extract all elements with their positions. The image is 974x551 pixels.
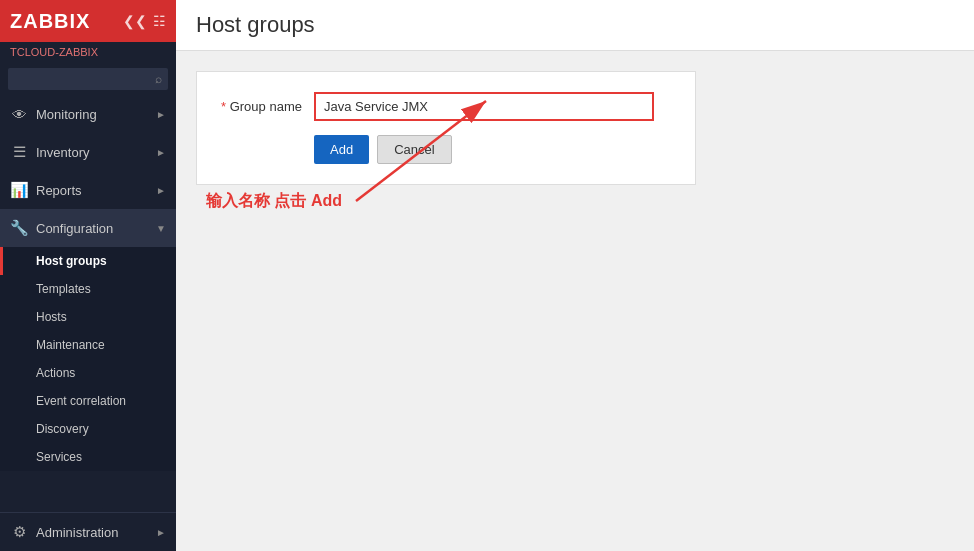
- sidebar-item-monitoring[interactable]: 👁 Monitoring ►: [0, 96, 176, 133]
- sidebar-subitem-label: Services: [36, 450, 82, 464]
- search-container: ⌕: [0, 62, 176, 96]
- form-buttons: Add Cancel: [314, 135, 671, 164]
- group-name-input[interactable]: [314, 92, 654, 121]
- sidebar-item-label: Inventory: [36, 145, 148, 160]
- group-name-label: * Group name: [221, 99, 302, 114]
- sidebar-header: ZABBIX ❮❮ ☷: [0, 0, 176, 42]
- sidebar: ZABBIX ❮❮ ☷ TCLOUD-ZABBIX ⌕ 👁 Monitoring…: [0, 0, 176, 551]
- chevron-right-icon: ►: [156, 109, 166, 120]
- sidebar-item-label: Monitoring: [36, 107, 148, 122]
- sidebar-item-label: Administration: [36, 525, 148, 540]
- chevron-right-icon: ►: [156, 185, 166, 196]
- chevron-right-icon: ►: [156, 147, 166, 158]
- sidebar-subitem-maintenance[interactable]: Maintenance: [0, 331, 176, 359]
- required-star: *: [221, 99, 226, 114]
- instance-name: TCLOUD-ZABBIX: [0, 42, 176, 62]
- inventory-icon: ☰: [10, 143, 28, 161]
- administration-icon: ⚙: [10, 523, 28, 541]
- cancel-button[interactable]: Cancel: [377, 135, 451, 164]
- collapse-icon[interactable]: ❮❮: [123, 13, 147, 29]
- sidebar-subitem-discovery[interactable]: Discovery: [0, 415, 176, 443]
- chevron-right-icon: ►: [156, 527, 166, 538]
- sidebar-subitem-services[interactable]: Services: [0, 443, 176, 471]
- sidebar-item-inventory[interactable]: ☰ Inventory ►: [0, 133, 176, 171]
- sidebar-subitem-label: Hosts: [36, 310, 67, 324]
- sidebar-item-reports[interactable]: 📊 Reports ►: [0, 171, 176, 209]
- search-input[interactable]: [8, 68, 168, 90]
- sidebar-header-icons: ❮❮ ☷: [123, 13, 166, 29]
- grid-icon[interactable]: ☷: [153, 13, 166, 29]
- sidebar-item-administration[interactable]: ⚙ Administration ►: [0, 512, 176, 551]
- chevron-down-icon: ▼: [156, 223, 166, 234]
- search-icon: ⌕: [155, 72, 162, 86]
- configuration-icon: 🔧: [10, 219, 28, 237]
- sidebar-subitem-label: Discovery: [36, 422, 89, 436]
- group-name-row: * Group name: [221, 92, 671, 121]
- form-card: * Group name Add Cancel: [196, 71, 696, 185]
- sidebar-item-configuration[interactable]: 🔧 Configuration ▼: [0, 209, 176, 247]
- annotation: 输入名称 点击 Add: [206, 191, 342, 212]
- sidebar-subitem-label: Event correlation: [36, 394, 126, 408]
- sidebar-subitem-actions[interactable]: Actions: [0, 359, 176, 387]
- zabbix-logo: ZABBIX: [10, 10, 90, 33]
- sidebar-subitem-hosts[interactable]: Hosts: [0, 303, 176, 331]
- main-content: Host groups * Group name Add Cancel 输入名称…: [176, 0, 974, 551]
- sidebar-subitem-event-correlation[interactable]: Event correlation: [0, 387, 176, 415]
- page-content: * Group name Add Cancel 输入名称 点击 Add: [176, 51, 974, 551]
- annotation-text: 输入名称 点击 Add: [206, 192, 342, 209]
- monitoring-icon: 👁: [10, 106, 28, 123]
- sidebar-subitem-label: Templates: [36, 282, 91, 296]
- reports-icon: 📊: [10, 181, 28, 199]
- sidebar-subitem-label: Host groups: [36, 254, 107, 268]
- sidebar-subitem-host-groups[interactable]: Host groups: [0, 247, 176, 275]
- page-header: Host groups: [176, 0, 974, 51]
- sidebar-subitem-label: Actions: [36, 366, 75, 380]
- add-button[interactable]: Add: [314, 135, 369, 164]
- sidebar-item-label: Reports: [36, 183, 148, 198]
- sidebar-subitem-templates[interactable]: Templates: [0, 275, 176, 303]
- sidebar-item-label: Configuration: [36, 221, 148, 236]
- sidebar-subitem-label: Maintenance: [36, 338, 105, 352]
- page-title: Host groups: [196, 12, 954, 38]
